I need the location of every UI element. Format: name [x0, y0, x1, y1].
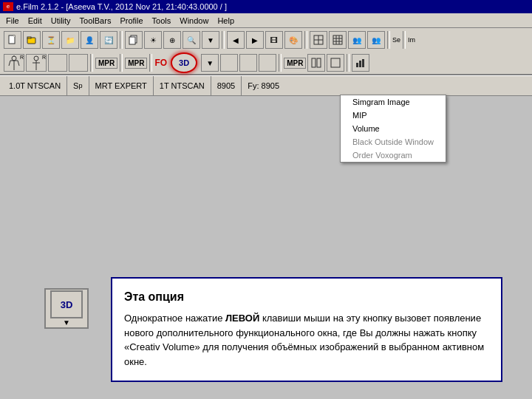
main-area: 3D ▼ Эта опция Однократное нажатие ЛЕВОЙ… — [0, 96, 532, 332]
small-3d-arrow: ▼ — [63, 318, 70, 327]
menu-edit[interactable]: Edit — [24, 15, 47, 27]
svg-rect-23 — [317, 58, 321, 67]
tb-zoom-dropdown[interactable]: ▼ — [202, 31, 219, 49]
status-ntscan2: 1T NTSCAN — [154, 76, 211, 95]
svg-rect-25 — [356, 63, 358, 67]
tb-grid-2[interactable] — [329, 31, 347, 49]
status-fy: Fy: 8905 — [248, 81, 279, 90]
svg-rect-3 — [27, 37, 31, 38]
menu-profile[interactable]: Profile — [115, 15, 147, 27]
dropdown-item-mip[interactable]: MIP — [341, 109, 446, 122]
status-scan: 1.0T NTSCAN — [3, 76, 67, 95]
tb-new[interactable] — [4, 31, 21, 49]
svg-point-19 — [34, 56, 38, 61]
menu-file[interactable]: File — [1, 15, 24, 27]
svg-rect-1 — [13, 35, 15, 37]
sep-r5 — [347, 54, 349, 72]
label-mpr3: MPR — [284, 58, 306, 69]
menu-tools[interactable]: Tools — [148, 15, 176, 27]
sep-1 — [120, 31, 123, 49]
app-icon: e — [3, 2, 13, 11]
label-mpr1: MPR — [95, 58, 117, 69]
svg-rect-5 — [129, 37, 135, 44]
tb-brightness[interactable]: ☀ — [144, 31, 162, 49]
sep-4 — [387, 31, 390, 49]
sep-r1 — [90, 54, 93, 72]
sep-5 — [403, 31, 406, 49]
menu-window[interactable]: Window — [175, 15, 213, 27]
toolbar-row-2: R R MPR MPR FO 3D ▼ MPR — [0, 52, 532, 74]
menu-toolbars[interactable]: ToolBars — [75, 15, 116, 27]
svg-rect-22 — [312, 58, 316, 67]
tb-3d-extra1[interactable] — [220, 54, 238, 72]
tb-3d-extra3[interactable] — [259, 54, 276, 72]
info-panel: Эта опция Однократное нажатие ЛЕВОЙ клав… — [111, 277, 502, 382]
tb-crosshair[interactable]: ⊕ — [163, 31, 181, 49]
title-bar: e e.Film 2.1.2 - [Aseeva T.V., 2012 Nov … — [0, 0, 532, 13]
svg-rect-26 — [359, 61, 361, 67]
menu-utility[interactable]: Utility — [47, 15, 75, 27]
label-se: Se — [392, 36, 400, 44]
tb-3d-extra2[interactable] — [239, 54, 257, 72]
sep-r4 — [279, 54, 282, 72]
status-num: 8905 — [211, 76, 242, 95]
tb-person-3[interactable]: 👥 — [367, 31, 385, 49]
tb-grid-1[interactable] — [310, 31, 327, 49]
tb-refresh[interactable]: 🔄 — [100, 31, 117, 49]
tb-zoom[interactable]: 🔍 — [183, 31, 200, 49]
dropdown-menu: Simgram Image MIP Volume Black Outside W… — [340, 95, 446, 163]
tb-body-3[interactable] — [48, 54, 67, 72]
tb-person[interactable]: 👤 — [81, 31, 98, 49]
svg-point-15 — [12, 56, 16, 61]
dropdown-item-black-outside[interactable]: Black Outside Window — [341, 135, 446, 149]
tb-palette[interactable]: 🎨 — [284, 31, 302, 49]
small-3d-label: 3D — [50, 290, 83, 318]
dropdown-item-order-voxogram[interactable]: Order Voxogram — [341, 149, 446, 162]
tb-arrow-left[interactable]: ◀ — [227, 31, 245, 49]
info-title: Эта опция — [124, 290, 489, 304]
tb-body-r[interactable]: R — [4, 54, 24, 72]
svg-rect-9 — [333, 35, 342, 44]
tb-arrow-right[interactable]: ▶ — [246, 31, 264, 49]
tb-filmstrip[interactable]: 🎞 — [265, 31, 283, 49]
sep-2 — [222, 31, 225, 49]
sep-3 — [304, 31, 307, 49]
tb-mpr-extra[interactable] — [307, 54, 325, 72]
info-bold-word: ЛЕВОЙ — [225, 313, 259, 324]
toolbar-row-1: ⏳ 📁 👤 🔄 ☀ ⊕ 🔍 ▼ ◀ ▶ 🎞 🎨 👥 👥 Se Im — [0, 28, 532, 52]
status-bar: 1.0T NTSCAN Sp MRT EXPERT 1T NTSCAN 8905… — [0, 75, 532, 96]
dropdown-item-simgram[interactable]: Simgram Image — [341, 95, 446, 109]
label-im: Im — [408, 36, 415, 44]
info-body: Однократное нажатие ЛЕВОЙ клавиши мыши н… — [124, 311, 489, 369]
small-3d-display: 3D ▼ — [44, 288, 89, 329]
label-mpr2: MPR — [125, 58, 147, 69]
tb-person-2[interactable]: 👥 — [348, 31, 366, 49]
sep-r3 — [149, 54, 152, 72]
title-text: e.Film 2.1.2 - [Aseeva T.V., 2012 Nov 21… — [16, 2, 227, 11]
tb-folder[interactable]: 📁 — [61, 31, 79, 49]
menu-bar: File Edit Utility ToolBars Profile Tools… — [0, 13, 532, 28]
dropdown-item-volume[interactable]: Volume — [341, 122, 446, 135]
tb-copy[interactable] — [125, 31, 143, 49]
label-fo: FO — [154, 58, 167, 68]
btn-3d[interactable]: 3D — [171, 52, 197, 73]
tb-3d-dropdown[interactable]: ▼ — [201, 54, 219, 72]
toolbar-area: ⏳ 📁 👤 🔄 ☀ ⊕ 🔍 ▼ ◀ ▶ 🎞 🎨 👥 👥 Se Im — [0, 28, 532, 75]
tb-body-4[interactable] — [69, 54, 88, 72]
tb-body-r2[interactable]: R — [26, 54, 47, 72]
svg-rect-24 — [331, 58, 340, 67]
svg-line-18 — [18, 61, 19, 66]
tb-grid-single[interactable] — [327, 54, 344, 72]
tb-open[interactable] — [23, 31, 41, 49]
svg-rect-27 — [362, 59, 364, 67]
sep-r2 — [120, 54, 123, 72]
status-sp: Sp — [67, 76, 89, 95]
menu-help[interactable]: Help — [213, 15, 239, 27]
status-expert: MRT EXPERT — [89, 76, 154, 95]
tb-hourglass[interactable]: ⏳ — [42, 31, 60, 49]
svg-line-17 — [9, 61, 10, 66]
tb-chart[interactable] — [352, 54, 369, 72]
